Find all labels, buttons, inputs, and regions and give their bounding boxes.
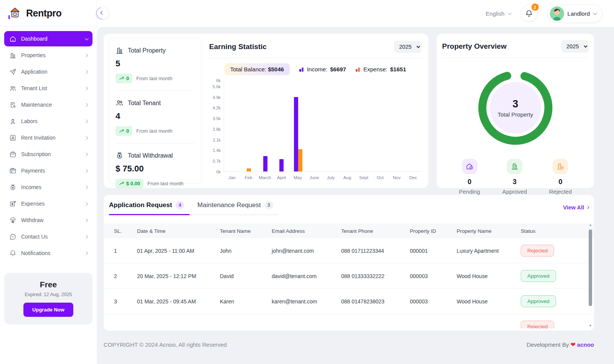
chevron-right-icon <box>84 103 88 107</box>
invite-icon <box>9 134 17 142</box>
cell-email: john@tenant.com <box>272 248 341 254</box>
x-tick: Sept <box>355 175 372 180</box>
sidebar-item-withdraw[interactable]: Withdraw <box>4 212 92 228</box>
overview-item-label: Rejected <box>549 188 572 195</box>
total-balance-pill: Total Balance: $5046 <box>224 63 290 75</box>
y-tick: 4.9k <box>213 95 221 100</box>
upgrade-button[interactable]: Upgrade Now <box>23 303 73 317</box>
tab-application-request[interactable]: Application Request 4 <box>109 201 190 215</box>
profile-menu[interactable]: Landlord <box>548 5 602 23</box>
scroll-down-icon[interactable]: ▼ <box>589 324 592 328</box>
chevron-right-icon <box>84 119 88 123</box>
cell-email: david@tenant.com <box>272 273 341 279</box>
table-scrollbar[interactable]: ▲ ▼ <box>588 223 593 328</box>
overview-item-pending: 0Pending <box>459 159 480 195</box>
cell-date: 01 Apr, 2025 - 11:00 AM <box>137 248 220 254</box>
x-tick: Nov <box>388 175 405 180</box>
notifications-button[interactable]: 2 <box>521 5 538 22</box>
chevron-right-icon <box>84 70 88 74</box>
main-area: English 2 <box>97 0 614 364</box>
sidebar-item-label: Application <box>21 69 48 75</box>
stat-total-property: Total Property50From last month <box>116 38 195 91</box>
sidebar-item-label: Incomes <box>21 184 41 190</box>
building-icon <box>9 52 17 59</box>
sidebar-item-label: Withdraw <box>21 217 43 223</box>
cell-date: 20 Mar, 2025 - 12:12 PM <box>137 273 220 279</box>
sidebar-item-payments[interactable]: Payments <box>4 163 92 178</box>
sidebar-item-rent-invitation[interactable]: Rent Invitation <box>4 130 92 145</box>
month-group-sept <box>356 81 372 171</box>
home-icon <box>9 35 17 43</box>
sidebar-item-label: Dashboard <box>21 36 48 42</box>
expense-bar <box>298 149 302 171</box>
sidebar-item-notifications[interactable]: Notifications <box>4 245 92 261</box>
y-tick: 4.2k <box>213 105 221 110</box>
stat-value: 5 <box>116 59 195 69</box>
cell-date: 01 Mar, 2025 - 09:45 AM <box>137 298 220 305</box>
income-bars-icon <box>299 67 304 72</box>
scroll-up-icon[interactable]: ▲ <box>589 223 592 227</box>
sidebar-item-maintenance[interactable]: Maintenance <box>4 97 92 112</box>
dashboard-content: Total Property50From last monthTotal Ten… <box>97 27 614 364</box>
column-header: Date & Time <box>137 228 220 234</box>
stat-delta-value: $ 0.00 <box>126 181 140 186</box>
column-header: Tenant Phone <box>341 228 410 234</box>
cell-property-name: Luxury Apartment <box>457 248 521 254</box>
topbar: English 2 <box>97 0 614 27</box>
view-all-link[interactable]: View All <box>563 204 589 215</box>
donut-chart: 3 Total Property <box>475 67 556 148</box>
sidebar-item-application[interactable]: Application <box>4 64 92 79</box>
cell-property-name: Wood House <box>457 298 521 305</box>
chevron-down-icon <box>593 11 597 15</box>
legend-income: Income: $6697 <box>299 66 346 72</box>
chevron-right-icon <box>84 136 88 140</box>
table-header-row: SL.Date & TimeTenant NameEmail AddressTe… <box>104 224 594 238</box>
language-selector[interactable]: English <box>485 10 510 17</box>
column-header: Status <box>521 228 587 234</box>
overview-year-select[interactable]: 2025 <box>561 40 589 53</box>
sidebar-item-label: Labors <box>21 118 38 124</box>
cell-property-id: 000003 <box>410 298 457 305</box>
x-tick: Oct <box>372 175 388 180</box>
overview-item-value: 0 <box>558 178 562 186</box>
cell-property-id: 000001 <box>410 248 457 254</box>
expense-bars-icon <box>355 67 361 72</box>
cell-tenant-name: Karen <box>220 298 272 305</box>
payments-icon <box>9 167 17 175</box>
chevron-right-icon <box>84 251 88 255</box>
income-bar <box>263 156 267 171</box>
chevron-right-icon <box>84 218 88 222</box>
sidebar-item-tenant-list[interactable]: Tenant List <box>4 81 92 96</box>
acnoo-link[interactable]: acnoo <box>577 341 594 348</box>
tab-maintenance-request[interactable]: Maintenance Request 3 <box>190 201 278 215</box>
sidebar-item-dashboard[interactable]: Dashboard <box>4 31 92 46</box>
x-tick: Dec <box>405 175 421 180</box>
sidebar-item-labors[interactable]: Labors <box>4 114 92 129</box>
scrollbar-thumb[interactable] <box>589 229 592 306</box>
sidebar-item-incomes[interactable]: Incomes <box>4 180 92 195</box>
stat-value: $ 75.00 <box>116 164 195 174</box>
earning-year-select[interactable]: 2025 <box>394 41 421 53</box>
sidebar-item-label: Contact Us <box>21 234 48 240</box>
bell-icon <box>9 250 17 257</box>
cell-sl: 3 <box>114 298 137 305</box>
overview-item-approved: 3Approved <box>502 159 527 195</box>
sidebar-item-contact-us[interactable]: Contact Us <box>4 229 92 244</box>
brand-logo: Rentpro <box>0 0 97 27</box>
maintenance-count-badge: 3 <box>264 201 273 209</box>
month-group-july <box>323 81 339 171</box>
sidebar-item-subscription[interactable]: Subscription <box>4 147 92 162</box>
sidebar-item-expenses[interactable]: Expenses <box>4 196 92 211</box>
y-tick: 0k <box>216 170 221 174</box>
sidebar-item-label: Expenses <box>21 201 45 207</box>
x-tick: April <box>273 175 290 180</box>
sidebar-collapse-button[interactable] <box>96 7 108 19</box>
file-gear-icon <box>9 101 17 109</box>
table-row: 101 Apr, 2025 - 11:00 AMJohnjohn@tenant.… <box>104 238 594 264</box>
app-root: Rentpro DashboardPropertiesApplicationTe… <box>0 0 614 364</box>
sidebar-item-properties[interactable]: Properties <box>4 48 92 63</box>
chevron-right-icon <box>84 53 88 57</box>
x-tick: July <box>323 175 339 180</box>
users-icon <box>9 85 17 92</box>
cell-tenant-name: John <box>220 248 272 254</box>
